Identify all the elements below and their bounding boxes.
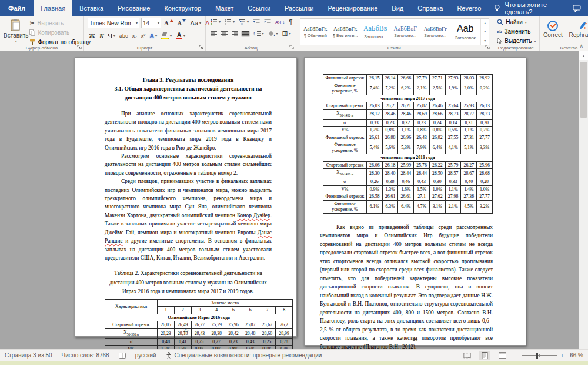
- bullets-button[interactable]: ▾: [209, 18, 222, 25]
- bold-button[interactable]: Ж: [88, 32, 96, 40]
- cursor-arrow-icon: [497, 38, 502, 44]
- styles-scroll-down-icon[interactable]: ▼: [481, 27, 489, 35]
- borders-button[interactable]: ⊞▾: [281, 29, 292, 38]
- line-spacing-button[interactable]: ↕▾: [252, 30, 265, 37]
- subscript-button[interactable]: x₂: [131, 32, 138, 40]
- align-right-button[interactable]: [230, 31, 239, 37]
- table-cell: 5,3%: [398, 141, 414, 154]
- print-layout-button[interactable]: [479, 351, 490, 360]
- tab-home[interactable]: Главная: [34, 0, 72, 16]
- cut-button[interactable]: ✂ Вырезать: [28, 19, 92, 27]
- align-center-button[interactable]: [220, 31, 229, 37]
- font-name-select[interactable]: Times New Roman ▾: [88, 18, 139, 28]
- tab-draw[interactable]: Рисование: [111, 0, 157, 16]
- copy-icon: [29, 29, 35, 36]
- scroll-up-icon[interactable]: ▲: [579, 51, 588, 60]
- style-heading1[interactable]: АаБбВв Заголово...: [360, 19, 390, 45]
- zoom-slider[interactable]: [522, 355, 557, 356]
- tab-review[interactable]: Рецензирование: [320, 0, 385, 16]
- zoom-in-button[interactable]: +: [560, 352, 564, 359]
- style-title[interactable]: Aab Заголовок: [450, 19, 480, 45]
- shading-button[interactable]: ▾: [267, 30, 279, 38]
- language-indicator[interactable]: русский: [135, 352, 156, 359]
- chevron-down-icon: ▾: [170, 34, 172, 38]
- sort-button[interactable]: АЯ↓: [274, 19, 286, 25]
- change-case-button[interactable]: Аа▾: [189, 19, 202, 27]
- tab-mailings[interactable]: Рассылки: [278, 0, 320, 16]
- styles-gallery-more-icon[interactable]: ▼: [481, 36, 489, 45]
- page-indicator[interactable]: Страница 3 из 50: [5, 352, 52, 359]
- proofing-status[interactable]: [119, 353, 126, 359]
- table-cell: 1,1%: [445, 185, 461, 193]
- font-color-button[interactable]: А▾: [175, 31, 186, 40]
- tab-view[interactable]: Вид: [385, 0, 410, 16]
- table-cell: 0,20: [477, 119, 493, 127]
- web-layout-button[interactable]: [496, 351, 508, 360]
- styles-scroll-up-icon[interactable]: ▲: [481, 19, 489, 27]
- table-cell: 28,40: [382, 169, 398, 178]
- increase-indent-button[interactable]: [263, 18, 272, 25]
- reverso-correct-button[interactable]: Correct: [543, 19, 563, 38]
- reverso-rephraser-button[interactable]: Rephraser: [570, 19, 588, 38]
- chevron-down-icon: ▾: [136, 21, 138, 25]
- show-marks-button[interactable]: ¶: [288, 18, 293, 26]
- page-25[interactable]: Глава 3. Результаты исследования 3.1. Об…: [75, 57, 297, 337]
- page-26[interactable]: Финишный отрезок26,1526,1426,6627,7927,7…: [304, 57, 526, 346]
- table-cell: 26,22: [429, 161, 445, 169]
- align-left-button[interactable]: [209, 31, 218, 37]
- italic-button[interactable]: К: [98, 32, 105, 40]
- tab-references[interactable]: Ссылки: [240, 0, 278, 16]
- superscript-button[interactable]: x²: [140, 32, 147, 40]
- table-cell: 28,46: [382, 110, 398, 119]
- select-button[interactable]: Выделить ▾: [496, 37, 537, 45]
- strikethrough-button[interactable]: abc: [118, 32, 129, 40]
- paste-button[interactable]: Вставить ▾: [4, 18, 28, 43]
- comments-icon[interactable]: [573, 5, 581, 12]
- font-size-select[interactable]: 14 ▾: [141, 18, 161, 28]
- style-heading2[interactable]: АаБбВвГ Заголово...: [390, 19, 420, 45]
- zoom-level[interactable]: 66 %: [570, 352, 583, 359]
- justify-button[interactable]: [241, 31, 250, 37]
- multilevel-list-button[interactable]: ▾: [238, 18, 250, 25]
- grow-font-button[interactable]: А: [163, 19, 175, 27]
- find-button[interactable]: Найти ▾: [496, 18, 537, 26]
- align-center-icon: [221, 31, 228, 36]
- vertical-scrollbar[interactable]: ▲: [579, 51, 588, 349]
- numbering-button[interactable]: ▾: [223, 18, 236, 25]
- align-right-icon: [232, 31, 238, 36]
- proofing-book-icon: [119, 353, 126, 359]
- table-cell: X50-1450 м: [323, 169, 367, 178]
- read-mode-button[interactable]: [461, 351, 473, 360]
- style-heading3[interactable]: АаБбВвГг Заголово...: [420, 19, 450, 45]
- table-cell: Характеристики: [105, 299, 158, 314]
- scrollbar-thumb[interactable]: [580, 62, 587, 118]
- table-cell: 5,1%: [461, 141, 477, 154]
- copy-button[interactable]: Копировать: [28, 29, 92, 36]
- accessibility-checker[interactable]: Специальные возможности: проверьте реком…: [166, 352, 322, 359]
- collapse-ribbon-icon[interactable]: ∧: [579, 43, 583, 49]
- style-no-spacing[interactable]: АаБбВвГг, ¶ Без инте...: [330, 19, 360, 45]
- tab-help[interactable]: Справка: [410, 0, 450, 16]
- word-count[interactable]: Число слов: 8768: [62, 352, 109, 359]
- text-effects-button[interactable]: А▾: [148, 32, 158, 40]
- underline-button[interactable]: Ч▾: [106, 32, 116, 40]
- table-cell: 2,5%: [429, 82, 445, 95]
- style-normal[interactable]: АаБбВвГг, ¶ Обычный: [300, 19, 330, 45]
- results-table: ХарактеристикиЗанятое место12346678Олимп…: [105, 299, 293, 349]
- zoom-out-button[interactable]: −: [514, 352, 517, 359]
- replace-button[interactable]: ab Заменить: [496, 28, 537, 35]
- tell-me-box[interactable]: Что вы хотите сделать?: [488, 0, 573, 16]
- tab-file[interactable]: Файл: [0, 0, 34, 16]
- tab-reverso[interactable]: Reverso: [450, 0, 488, 16]
- table-cell: 1,6%: [398, 185, 414, 193]
- tab-design[interactable]: Конструктор: [157, 0, 208, 16]
- spelling-error: Данас Рапшис: [105, 230, 272, 244]
- zoom-slider-thumb[interactable]: [536, 353, 538, 359]
- shrink-font-button[interactable]: А: [176, 19, 188, 27]
- tab-insert[interactable]: Вставка: [72, 0, 111, 16]
- chevron-down-icon: ▾: [199, 21, 201, 25]
- decrease-indent-button[interactable]: [252, 18, 261, 25]
- document-canvas[interactable]: Глава 3. Результаты исследования 3.1. Об…: [0, 51, 588, 349]
- highlight-button[interactable]: ▾: [160, 32, 173, 40]
- tab-layout[interactable]: Макет: [208, 0, 240, 16]
